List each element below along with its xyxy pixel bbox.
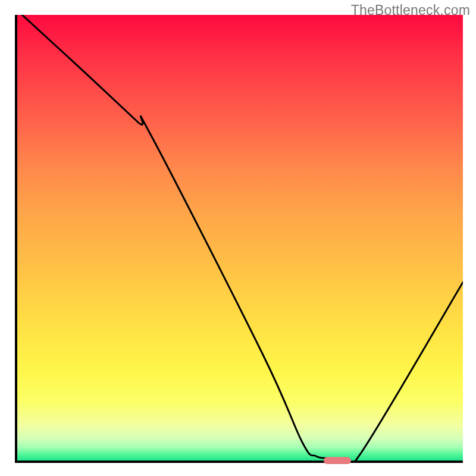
data-curve xyxy=(17,15,463,461)
optimum-marker xyxy=(324,457,351,464)
plot-area xyxy=(15,15,463,463)
